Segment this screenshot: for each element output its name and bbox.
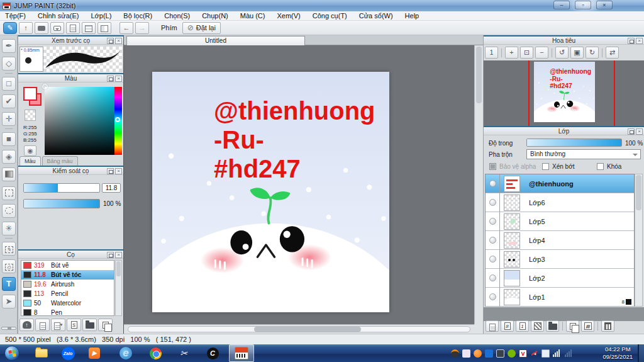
hue-slider-ring[interactable] [115, 117, 120, 122]
canvas-horizontal-scrollbar-track[interactable] [128, 326, 470, 332]
tool-strip-slider[interactable] [1, 327, 16, 330]
tray-avast-icon[interactable] [474, 349, 482, 358]
menu-edit[interactable]: Chỉnh sửa(E) [38, 12, 79, 20]
menu-filter[interactable]: Bộ lọc(R) [123, 12, 152, 20]
panel-close-icon[interactable]: × [115, 76, 122, 82]
text-tool[interactable]: T [2, 277, 16, 291]
tray-app2-icon[interactable] [462, 349, 470, 358]
duplicate-layer-button[interactable] [566, 320, 579, 332]
brush-size-slider[interactable] [23, 183, 100, 193]
navigator-thumbnail[interactable] [534, 62, 595, 122]
settings-list-button[interactable] [82, 22, 96, 34]
layer-row-lop4[interactable]: Lớp4 [486, 231, 634, 250]
new-1bit-layer-button[interactable]: 1 [516, 320, 529, 332]
show-desktop-button[interactable] [638, 344, 644, 362]
taskbar-media-player[interactable]: ▶ [82, 344, 107, 362]
taskbar-chrome[interactable] [143, 344, 168, 362]
brush-folder-button[interactable] [82, 319, 97, 331]
panel-popout-icon[interactable] [107, 168, 114, 174]
object-pick-tool[interactable]: ➤ [2, 295, 16, 308]
layer-list-scrollbar[interactable] [635, 174, 643, 307]
menu-file[interactable]: Tệp(F) [5, 12, 26, 20]
brush-size-value[interactable]: 11.8 [102, 183, 121, 193]
script-brush-button[interactable]: S [67, 319, 81, 331]
sv-picker-ring[interactable] [42, 84, 48, 89]
tray-display-icon[interactable] [496, 349, 504, 358]
saturation-value-picker[interactable] [45, 87, 115, 155]
canvas-viewport[interactable]: @thienhuong -Ru- #hd247 [124, 45, 474, 324]
new-halftone-layer-button[interactable] [531, 320, 544, 332]
panel-close-icon[interactable]: × [115, 168, 122, 174]
save-brush-button[interactable]: ▾ [51, 319, 65, 331]
layer-visibility-icon[interactable] [489, 274, 496, 281]
undo-button[interactable]: ← [119, 22, 133, 34]
tray-app-icon[interactable] [451, 349, 459, 358]
merge-layer-button[interactable]: ▤ [581, 320, 594, 332]
menu-tools[interactable]: Công cụ(T) [313, 12, 347, 20]
foreground-color-swatch[interactable] [23, 87, 37, 101]
paint-mode-button[interactable]: ✎ [3, 22, 17, 34]
taskbar-jump-paint-active[interactable] [229, 344, 254, 362]
menu-capture[interactable]: Chụp(N) [202, 12, 228, 20]
panel-close-icon[interactable]: × [115, 252, 122, 258]
restore-button[interactable]: ▫ [575, 1, 591, 9]
curve-tool[interactable]: ✔ [2, 94, 16, 108]
tray-nvidia-icon[interactable] [508, 349, 516, 358]
lasso-tool[interactable] [2, 204, 16, 218]
minimize-button[interactable]: – [553, 1, 570, 9]
brush-row-pencil[interactable]: 113 Pencil [21, 289, 114, 298]
tab-palette[interactable]: Bảng màu [42, 156, 78, 166]
layer-row-lop3[interactable]: Lớp3 [486, 250, 634, 269]
layer-list-scrollbar-thumb[interactable] [636, 175, 641, 210]
redo-button[interactable]: → [135, 22, 149, 34]
menu-help[interactable]: Help [405, 12, 419, 20]
panel-popout-icon[interactable] [107, 252, 114, 258]
panel-close-icon[interactable]: × [636, 128, 643, 135]
reset-button[interactable]: ⊘ Đặt lại [182, 22, 221, 34]
select-pen-tool[interactable]: ✎ [2, 242, 16, 256]
zoom-out-button[interactable]: − [535, 47, 548, 59]
new-layer-button[interactable] [486, 320, 499, 332]
layer-visibility-icon[interactable] [489, 256, 496, 263]
menu-color[interactable]: Màu (C) [240, 12, 265, 20]
transparent-color-swatch[interactable] [25, 110, 36, 121]
canvas-vertical-scrollbar-thumb[interactable] [476, 47, 482, 103]
fit-screen-button[interactable]: ⊡ [520, 47, 533, 59]
menu-layer[interactable]: Lớp(L) [91, 12, 111, 20]
rotate-right-button[interactable]: ↻ [586, 47, 599, 59]
rotate-left-button[interactable]: ↺ [555, 47, 569, 59]
taskbar-internet-explorer[interactable]: e [113, 344, 138, 362]
hue-slider[interactable] [114, 87, 122, 155]
brush-row-pen[interactable]: 8 Pen [21, 308, 114, 316]
new-8bit-layer-button[interactable]: 8 [501, 320, 514, 332]
brush-list-scrollbar-thumb[interactable] [116, 261, 121, 276]
close-button[interactable]: × [596, 1, 613, 9]
start-button[interactable] [4, 346, 19, 361]
panel-popout-icon[interactable] [107, 76, 114, 82]
taskbar-capcut[interactable]: C [200, 344, 225, 362]
layer-opacity-slider[interactable] [526, 139, 622, 147]
reset-rotation-button[interactable]: ▣ [570, 47, 584, 59]
menu-select[interactable]: Chọn(S) [164, 12, 190, 20]
taskbar-explorer[interactable] [29, 344, 54, 362]
panel-close-icon[interactable]: × [636, 38, 643, 44]
share-button[interactable]: ↑ [19, 22, 33, 34]
brush-size-box[interactable]: * 0.85mm [19, 47, 43, 72]
foreground-background-swatches[interactable] [23, 87, 42, 106]
tool-strip-slider-thumb[interactable] [8, 327, 11, 329]
clipping-checkbox[interactable] [542, 163, 549, 170]
layer-visibility-icon[interactable] [489, 293, 496, 300]
taskbar-snipping-tool[interactable]: ✂ [171, 344, 196, 362]
brush-list-scrollbar[interactable] [115, 260, 122, 316]
tab-color[interactable]: Màu [19, 156, 41, 166]
layer-row-lop1[interactable]: Lớp1 8 [486, 288, 634, 307]
tray-battery-icon[interactable] [541, 349, 550, 358]
magic-wand-tool[interactable]: ✳ [2, 222, 16, 235]
zoom-in-button[interactable]: + [505, 47, 518, 59]
lock-checkbox[interactable] [597, 163, 604, 170]
layer-visibility-icon[interactable] [489, 180, 496, 187]
shape-tool[interactable]: □ [2, 77, 16, 91]
panel-popout-icon[interactable] [628, 38, 635, 44]
eraser-tool[interactable]: ◇ [2, 57, 16, 71]
flip-button[interactable]: ⇄ [606, 47, 619, 59]
